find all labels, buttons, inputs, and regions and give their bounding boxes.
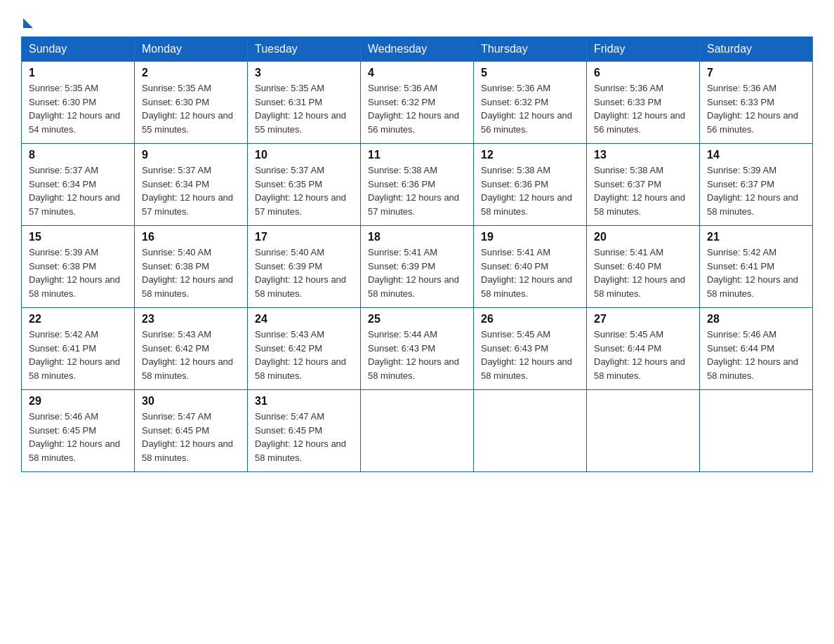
calendar-cell: 1Sunrise: 5:35 AMSunset: 6:30 PMDaylight… [22,62,135,144]
day-info: Sunrise: 5:36 AMSunset: 6:33 PMDaylight:… [707,81,805,136]
day-info: Sunrise: 5:45 AMSunset: 6:43 PMDaylight:… [481,328,579,382]
day-number: 14 [707,149,805,161]
day-info: Sunrise: 5:47 AMSunset: 6:45 PMDaylight:… [255,410,353,464]
calendar-cell: 6Sunrise: 5:36 AMSunset: 6:33 PMDaylight… [587,62,700,144]
week-row-3: 15Sunrise: 5:39 AMSunset: 6:38 PMDayligh… [22,226,813,308]
day-number: 15 [29,231,127,243]
calendar-cell: 16Sunrise: 5:40 AMSunset: 6:38 PMDayligh… [135,226,248,308]
calendar-cell: 13Sunrise: 5:38 AMSunset: 6:37 PMDayligh… [587,144,700,226]
calendar-cell: 19Sunrise: 5:41 AMSunset: 6:40 PMDayligh… [474,226,587,308]
day-number: 22 [29,313,127,326]
calendar-cell: 12Sunrise: 5:38 AMSunset: 6:36 PMDayligh… [474,144,587,226]
day-info: Sunrise: 5:37 AMSunset: 6:34 PMDaylight:… [142,163,240,218]
day-info: Sunrise: 5:39 AMSunset: 6:38 PMDaylight:… [29,246,127,300]
day-info: Sunrise: 5:42 AMSunset: 6:41 PMDaylight:… [707,246,805,300]
day-info: Sunrise: 5:35 AMSunset: 6:30 PMDaylight:… [29,81,127,136]
calendar-cell: 18Sunrise: 5:41 AMSunset: 6:39 PMDayligh… [361,226,474,308]
day-number: 17 [255,231,353,243]
day-info: Sunrise: 5:38 AMSunset: 6:36 PMDaylight:… [481,163,579,218]
weekday-header-friday: Friday [587,37,700,62]
weekday-header-sunday: Sunday [22,37,135,62]
day-info: Sunrise: 5:40 AMSunset: 6:39 PMDaylight:… [255,246,353,300]
day-info: Sunrise: 5:36 AMSunset: 6:33 PMDaylight:… [594,81,692,136]
day-number: 24 [255,313,353,326]
calendar-cell: 11Sunrise: 5:38 AMSunset: 6:36 PMDayligh… [361,144,474,226]
day-number: 4 [368,67,466,79]
weekday-header-wednesday: Wednesday [361,37,474,62]
day-info: Sunrise: 5:39 AMSunset: 6:37 PMDaylight:… [707,163,805,218]
day-number: 7 [707,67,805,79]
calendar-cell: 5Sunrise: 5:36 AMSunset: 6:32 PMDaylight… [474,62,587,144]
day-info: Sunrise: 5:35 AMSunset: 6:30 PMDaylight:… [142,81,240,136]
day-number: 10 [255,149,353,161]
day-number: 13 [594,149,692,161]
weekday-header-thursday: Thursday [474,37,587,62]
logo [21,14,33,24]
day-info: Sunrise: 5:37 AMSunset: 6:35 PMDaylight:… [255,163,353,218]
calendar-cell: 23Sunrise: 5:43 AMSunset: 6:42 PMDayligh… [135,308,248,390]
week-row-4: 22Sunrise: 5:42 AMSunset: 6:41 PMDayligh… [22,308,813,390]
calendar-cell: 14Sunrise: 5:39 AMSunset: 6:37 PMDayligh… [700,144,813,226]
day-number: 29 [29,395,127,408]
day-number: 31 [255,395,353,408]
day-info: Sunrise: 5:44 AMSunset: 6:43 PMDaylight:… [368,328,466,382]
calendar-cell [587,390,700,472]
day-info: Sunrise: 5:35 AMSunset: 6:31 PMDaylight:… [255,81,353,136]
calendar-cell: 9Sunrise: 5:37 AMSunset: 6:34 PMDaylight… [135,144,248,226]
day-number: 1 [29,67,127,79]
day-number: 28 [707,313,805,326]
weekday-header-saturday: Saturday [700,37,813,62]
calendar-cell [700,390,813,472]
calendar-cell: 10Sunrise: 5:37 AMSunset: 6:35 PMDayligh… [248,144,361,226]
week-row-5: 29Sunrise: 5:46 AMSunset: 6:45 PMDayligh… [22,390,813,472]
day-info: Sunrise: 5:46 AMSunset: 6:45 PMDaylight:… [29,410,127,464]
calendar-cell: 17Sunrise: 5:40 AMSunset: 6:39 PMDayligh… [248,226,361,308]
calendar-cell [361,390,474,472]
day-number: 19 [481,231,579,243]
calendar-cell: 3Sunrise: 5:35 AMSunset: 6:31 PMDaylight… [248,62,361,144]
calendar-cell: 27Sunrise: 5:45 AMSunset: 6:44 PMDayligh… [587,308,700,390]
day-info: Sunrise: 5:41 AMSunset: 6:40 PMDaylight:… [594,246,692,300]
weekday-header-monday: Monday [135,37,248,62]
calendar-cell: 25Sunrise: 5:44 AMSunset: 6:43 PMDayligh… [361,308,474,390]
calendar-cell: 22Sunrise: 5:42 AMSunset: 6:41 PMDayligh… [22,308,135,390]
calendar-cell: 8Sunrise: 5:37 AMSunset: 6:34 PMDaylight… [22,144,135,226]
day-number: 30 [142,395,240,408]
day-number: 12 [481,149,579,161]
day-number: 8 [29,149,127,161]
calendar-cell: 4Sunrise: 5:36 AMSunset: 6:32 PMDaylight… [361,62,474,144]
day-number: 6 [594,67,692,79]
day-info: Sunrise: 5:36 AMSunset: 6:32 PMDaylight:… [368,81,466,136]
day-info: Sunrise: 5:46 AMSunset: 6:44 PMDaylight:… [707,328,805,382]
day-number: 2 [142,67,240,79]
page-header [21,14,813,24]
logo-triangle-icon [23,18,33,28]
calendar-cell: 29Sunrise: 5:46 AMSunset: 6:45 PMDayligh… [22,390,135,472]
weekday-header-tuesday: Tuesday [248,37,361,62]
day-number: 5 [481,67,579,79]
calendar-cell: 26Sunrise: 5:45 AMSunset: 6:43 PMDayligh… [474,308,587,390]
calendar-table: SundayMondayTuesdayWednesdayThursdayFrid… [21,36,813,472]
calendar-cell: 28Sunrise: 5:46 AMSunset: 6:44 PMDayligh… [700,308,813,390]
week-row-1: 1Sunrise: 5:35 AMSunset: 6:30 PMDaylight… [22,62,813,144]
calendar-cell: 7Sunrise: 5:36 AMSunset: 6:33 PMDaylight… [700,62,813,144]
day-info: Sunrise: 5:37 AMSunset: 6:34 PMDaylight:… [29,163,127,218]
day-info: Sunrise: 5:43 AMSunset: 6:42 PMDaylight:… [142,328,240,382]
day-info: Sunrise: 5:41 AMSunset: 6:39 PMDaylight:… [368,246,466,300]
day-info: Sunrise: 5:36 AMSunset: 6:32 PMDaylight:… [481,81,579,136]
day-number: 18 [368,231,466,243]
calendar-cell: 20Sunrise: 5:41 AMSunset: 6:40 PMDayligh… [587,226,700,308]
day-number: 21 [707,231,805,243]
day-number: 26 [481,313,579,326]
day-info: Sunrise: 5:41 AMSunset: 6:40 PMDaylight:… [481,246,579,300]
calendar-cell: 30Sunrise: 5:47 AMSunset: 6:45 PMDayligh… [135,390,248,472]
calendar-cell: 15Sunrise: 5:39 AMSunset: 6:38 PMDayligh… [22,226,135,308]
day-number: 3 [255,67,353,79]
weekday-header-row: SundayMondayTuesdayWednesdayThursdayFrid… [22,37,813,62]
day-number: 27 [594,313,692,326]
day-number: 11 [368,149,466,161]
day-info: Sunrise: 5:43 AMSunset: 6:42 PMDaylight:… [255,328,353,382]
calendar-cell: 24Sunrise: 5:43 AMSunset: 6:42 PMDayligh… [248,308,361,390]
day-number: 16 [142,231,240,243]
day-info: Sunrise: 5:47 AMSunset: 6:45 PMDaylight:… [142,410,240,464]
